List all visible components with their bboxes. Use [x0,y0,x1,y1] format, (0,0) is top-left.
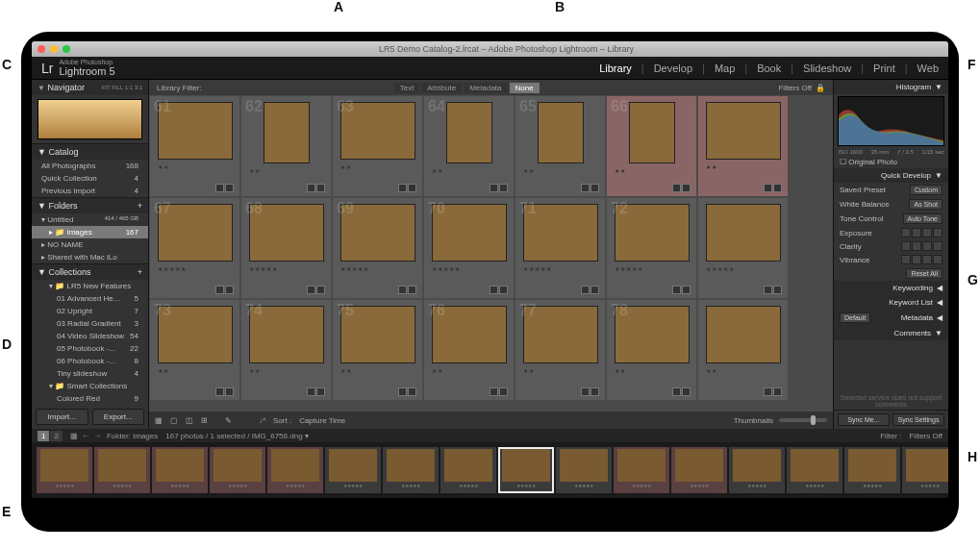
rating-stars[interactable]: ★★ [432,367,443,374]
window-close-icon[interactable] [38,45,45,53]
original-photo-checkbox[interactable]: ☐ Original Photo [834,156,948,168]
grid-cell[interactable]: 69★★★★★ [333,198,422,298]
display-1-button[interactable]: 1 [38,431,49,441]
grid-cell[interactable]: 75★★ [333,300,422,400]
catalog-item[interactable]: Quick Collection4 [32,172,148,185]
badge-icon[interactable] [773,387,782,396]
keywording-header[interactable]: Keywording ◀ [834,281,948,295]
badge-icon[interactable] [490,387,498,396]
filmstrip-cell[interactable]: ★★★★★ [440,447,496,493]
auto-tone-button[interactable]: Auto Tone [903,213,942,224]
filmstrip-thumbnail[interactable] [98,449,146,482]
grid-cell[interactable]: 74★★ [241,300,331,400]
module-develop[interactable]: Develop [654,62,692,74]
filter-text[interactable]: Text [394,83,420,93]
view-grid-icon[interactable]: ▦ [155,416,163,425]
badge-icon[interactable] [225,184,234,192]
folders-noname[interactable]: ▸ NO NAME [32,238,148,251]
badge-icon[interactable] [316,184,325,192]
badge-icon[interactable] [398,387,407,396]
photo-thumbnail[interactable] [706,102,781,160]
source-folder[interactable]: Folder: Images [107,432,158,440]
badge-icon[interactable] [682,184,691,192]
catalog-header[interactable]: ▼ Catalog [32,143,148,160]
filmstrip-cell[interactable]: ★★★★★ [671,447,727,493]
badge-icon[interactable] [581,387,590,396]
badge-icon[interactable] [773,184,782,192]
rating-stars[interactable]: ★★★★★ [340,265,369,272]
badge-icon[interactable] [682,286,691,294]
badge-icon[interactable] [398,286,407,294]
rating-stars[interactable]: ★★ [432,167,443,174]
thumbnail-size-slider[interactable] [779,418,827,422]
rating-stars[interactable]: ★★ [706,367,717,374]
badge-icon[interactable] [764,184,772,192]
sort-value[interactable]: Capture Time [299,416,345,425]
badge-icon[interactable] [307,286,315,294]
rating-stars[interactable]: ★★★★★ [615,265,643,272]
module-map[interactable]: Map [715,62,735,74]
filmstrip-thumbnail[interactable] [329,449,377,482]
photo-thumbnail[interactable] [264,102,310,163]
filter-none[interactable]: None [510,83,540,93]
keyword-list-header[interactable]: Keyword List ◀ [834,295,948,310]
nav-back-icon[interactable]: ← [82,432,89,440]
badge-icon[interactable] [672,184,681,192]
smart-collection-item[interactable]: Colored Red9 [32,392,148,405]
rating-stars[interactable]: ★★ [615,367,626,374]
sync-metadata-button[interactable]: Sync Me... [838,413,890,426]
collection-item[interactable]: Tiny slideshow4 [32,367,148,380]
grid-cell[interactable]: 77★★ [515,300,605,400]
display-2-button[interactable]: 2 [50,431,62,441]
rating-stars[interactable]: ★★ [158,163,169,170]
grid-cell[interactable]: 73★★ [150,300,239,400]
view-loupe-icon[interactable]: ▢ [170,416,178,425]
badge-icon[interactable] [225,387,234,396]
collection-item[interactable]: 03 Radial Gradient3 [32,317,148,330]
badge-icon[interactable] [307,387,315,396]
filmstrip-thumbnail[interactable] [617,449,666,482]
preset-dropdown[interactable]: Custom [910,185,942,195]
navigator-preview[interactable] [38,99,142,139]
rating-stars[interactable]: ★★★★★ [249,265,278,272]
badge-icon[interactable] [316,286,325,294]
badge-icon[interactable] [225,286,234,294]
grid-cell[interactable]: 61★★ [150,96,239,196]
painter-icon[interactable]: ✎ [225,416,232,425]
nav-fwd-icon[interactable]: → [93,432,101,440]
filmstrip-cell[interactable]: ★★★★★ [94,447,150,493]
filmstrip-cell[interactable]: ★★★★★ [902,447,948,493]
filter-attribute[interactable]: Attribute [421,83,462,93]
photo-thumbnail[interactable] [446,102,492,163]
export-button[interactable]: Export... [92,409,145,425]
sync-settings-button[interactable]: Sync Settings [892,413,944,426]
rating-stars[interactable]: ★★ [523,167,535,174]
module-book[interactable]: Book [757,62,781,74]
clarity-stepper[interactable] [901,241,942,251]
rating-stars[interactable]: ★★ [158,367,169,374]
badge-icon[interactable] [499,286,508,294]
filmstrip-thumbnail[interactable] [444,449,492,482]
rating-stars[interactable]: ★★ [706,163,717,170]
filmstrip-cell[interactable]: ★★★★★ [383,447,439,493]
window-zoom-icon[interactable] [63,45,70,53]
thumbnail-grid[interactable]: 61★★62★★63★★64★★65★★66★★★★67★★★★★68★★★★★… [149,95,833,412]
view-survey-icon[interactable]: ⊞ [201,416,208,425]
import-button[interactable]: Import... [36,409,88,425]
collections-header[interactable]: ▼ Collections+ [32,263,148,280]
folders-images[interactable]: ▸ 📁 Images167 [32,226,148,238]
comments-header[interactable]: Comments ▼ [834,326,948,340]
badge-icon[interactable] [490,184,498,192]
sort-direction-icon[interactable]: ↓ᴬ [259,416,265,425]
filmstrip-thumbnail[interactable] [271,449,319,482]
filter-lock-icon[interactable]: 🔒 [816,84,825,92]
filmstrip-thumbnail[interactable] [791,449,839,482]
filmstrip-cell[interactable]: ★★★★★ [614,447,669,493]
badge-icon[interactable] [773,286,782,294]
module-print[interactable]: Print [873,62,895,74]
collection-item[interactable]: 02 Upright7 [32,305,148,317]
filmstrip-cell[interactable]: ★★★★★ [729,447,785,493]
grid-cell[interactable]: 62★★ [241,96,331,196]
badge-icon[interactable] [581,184,590,192]
badge-icon[interactable] [591,387,599,396]
